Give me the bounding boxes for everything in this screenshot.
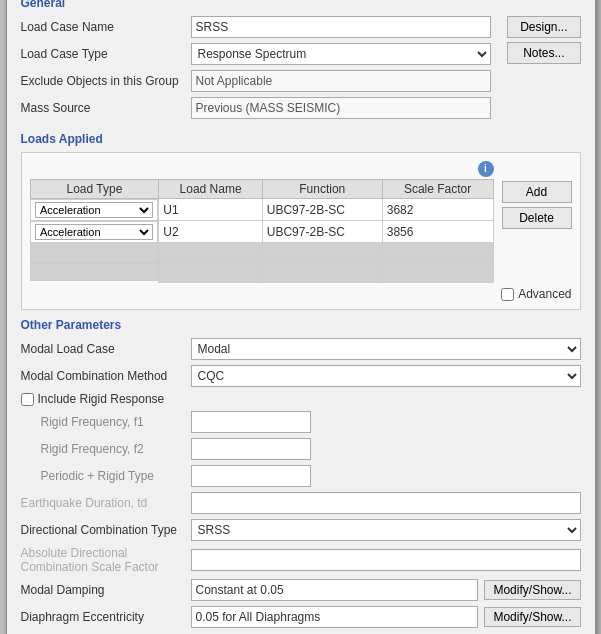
function-2: UBC97-2B-SC <box>262 221 382 243</box>
modal-load-case-select[interactable]: Modal <box>191 338 581 360</box>
modal-combination-select[interactable]: CQC <box>191 365 581 387</box>
loads-applied-section: i Load Type Load Name Function Scale Fac… <box>21 152 581 311</box>
table-wrapper: i Load Type Load Name Function Scale Fac… <box>30 161 494 284</box>
exclude-objects-input <box>191 70 492 92</box>
modal-damping-modify-button[interactable]: Modify/Show... <box>484 580 580 600</box>
load-case-dialog: ⚙ Load Case Data ✕ General Load Case Nam… <box>6 0 596 634</box>
earthquake-duration-row: Earthquake Duration, td <box>21 492 581 514</box>
scale-factor-2: 3856 <box>382 221 493 243</box>
col-load-name: Load Name <box>159 179 262 198</box>
table-row-empty <box>30 243 493 263</box>
include-rigid-label[interactable]: Include Rigid Response <box>21 392 165 406</box>
add-button[interactable]: Add <box>502 181 572 203</box>
dialog-body: General Load Case Name Load Case Type Re… <box>7 0 595 634</box>
exclude-objects-label: Exclude Objects in this Group <box>21 74 191 88</box>
advanced-row: Advanced <box>30 287 572 301</box>
include-rigid-checkbox[interactable] <box>21 393 34 406</box>
col-function: Function <box>262 179 382 198</box>
diaphragm-row: Diaphragm Eccentricity Modify/Show... <box>21 606 581 628</box>
abs-directional-row: Absolute Directional Combination Scale F… <box>21 546 581 574</box>
modal-load-case-label: Modal Load Case <box>21 342 191 356</box>
exclude-objects-row: Exclude Objects in this Group <box>21 70 492 92</box>
modal-load-case-row: Modal Load Case Modal <box>21 338 581 360</box>
load-name-2: U2 <box>159 221 262 243</box>
scale-factor-1: 3682 <box>382 198 493 221</box>
load-case-type-label: Load Case Type <box>21 47 191 61</box>
function-1: UBC97-2B-SC <box>262 198 382 221</box>
other-params-section: Modal Load Case Modal Modal Combination … <box>21 338 581 628</box>
mass-source-label: Mass Source <box>21 101 191 115</box>
table-row-empty <box>30 263 493 283</box>
directional-combination-label: Directional Combination Type <box>21 523 191 537</box>
load-case-type-select[interactable]: Response Spectrum <box>191 43 492 65</box>
table-row: Acceleration U1 UBC97-2B-SC 3682 <box>30 198 493 221</box>
modal-combination-label: Modal Combination Method <box>21 369 191 383</box>
loads-table-container: i Load Type Load Name Function Scale Fac… <box>30 161 572 284</box>
design-button[interactable]: Design... <box>507 16 580 38</box>
load-name-1: U1 <box>159 198 262 221</box>
directional-combination-select[interactable]: SRSS <box>191 519 581 541</box>
table-row: Acceleration U2 UBC97-2B-SC 3856 <box>30 221 493 243</box>
modal-damping-input[interactable] <box>191 579 479 601</box>
rigid-freq-f1-input[interactable] <box>191 411 311 433</box>
modal-combination-row: Modal Combination Method CQC <box>21 365 581 387</box>
diaphragm-label: Diaphragm Eccentricity <box>21 610 191 624</box>
modal-damping-label: Modal Damping <box>21 583 191 597</box>
directional-combination-row: Directional Combination Type SRSS <box>21 519 581 541</box>
rigid-freq-f2-label: Rigid Frequency, f2 <box>41 442 191 456</box>
diaphragm-input[interactable] <box>191 606 479 628</box>
delete-button[interactable]: Delete <box>502 207 572 229</box>
abs-directional-label: Absolute Directional Combination Scale F… <box>21 546 191 574</box>
load-type-select-1[interactable]: Acceleration <box>35 202 153 218</box>
earthquake-duration-label: Earthquake Duration, td <box>21 496 191 510</box>
load-case-name-row: Load Case Name <box>21 16 492 38</box>
advanced-label[interactable]: Advanced <box>501 287 571 301</box>
load-case-name-input[interactable] <box>191 16 492 38</box>
other-params-label: Other Parameters <box>21 318 581 332</box>
general-section-label: General <box>21 0 581 10</box>
rigid-freq-f2-row: Rigid Frequency, f2 <box>21 438 581 460</box>
periodic-rigid-row: Periodic + Rigid Type <box>21 465 581 487</box>
diaphragm-modify-button[interactable]: Modify/Show... <box>484 607 580 627</box>
loads-table: Load Type Load Name Function Scale Facto… <box>30 179 494 284</box>
load-type-select-2[interactable]: Acceleration <box>35 224 153 240</box>
load-case-type-row: Load Case Type Response Spectrum <box>21 43 492 65</box>
table-action-buttons: Add Delete <box>502 161 572 284</box>
col-load-type: Load Type <box>30 179 159 198</box>
include-rigid-row: Include Rigid Response <box>21 392 581 406</box>
mass-source-row: Mass Source <box>21 97 492 119</box>
rigid-freq-f1-row: Rigid Frequency, f1 <box>21 411 581 433</box>
info-icon[interactable]: i <box>478 161 494 177</box>
col-scale-factor: Scale Factor <box>382 179 493 198</box>
periodic-rigid-input[interactable] <box>191 465 311 487</box>
rigid-freq-f1-label: Rigid Frequency, f1 <box>41 415 191 429</box>
rigid-freq-f2-input[interactable] <box>191 438 311 460</box>
modal-damping-row: Modal Damping Modify/Show... <box>21 579 581 601</box>
abs-directional-input[interactable] <box>191 549 581 571</box>
advanced-checkbox[interactable] <box>501 288 514 301</box>
periodic-rigid-label: Periodic + Rigid Type <box>41 469 191 483</box>
mass-source-input <box>191 97 492 119</box>
load-case-name-label: Load Case Name <box>21 20 191 34</box>
earthquake-duration-input[interactable] <box>191 492 581 514</box>
loads-applied-label: Loads Applied <box>21 132 581 146</box>
general-buttons: Design... Notes... <box>507 16 580 124</box>
notes-button[interactable]: Notes... <box>507 42 580 64</box>
